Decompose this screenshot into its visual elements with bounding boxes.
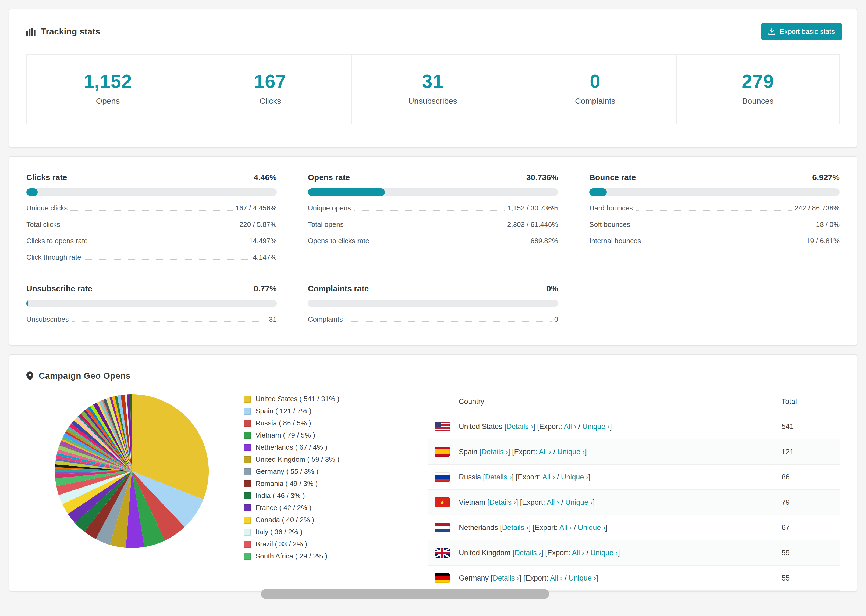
- stat-box-unsubscribes: 31Unsubscribes: [352, 55, 514, 124]
- metric-value: 242 / 86.738%: [794, 204, 840, 212]
- country-cell: Netherlands [Details ›] [Export: All › /…: [459, 523, 781, 532]
- legend-label: Brazil ( 33 / 2% ): [255, 540, 307, 548]
- legend-label: Spain ( 121 / 7% ): [255, 407, 312, 415]
- legend-item-vietnam[interactable]: Vietnam ( 79 / 5% ): [244, 431, 370, 439]
- legend-label: Netherlands ( 67 / 4% ): [255, 443, 327, 451]
- metric-row: Opens to clicks rate689.82%: [308, 237, 558, 245]
- export-unique-link-united-states[interactable]: Unique ›: [582, 423, 610, 431]
- stat-label: Unsubscribes: [352, 96, 514, 105]
- details-link-germany[interactable]: Details ›: [493, 574, 519, 582]
- export-all-link-russia[interactable]: All ›: [542, 473, 555, 481]
- legend-item-netherlands[interactable]: Netherlands ( 67 / 4% ): [244, 443, 370, 451]
- rate-title: Clicks rate: [26, 173, 67, 182]
- export-unique-link-spain[interactable]: Unique ›: [557, 448, 585, 456]
- details-link-united-kingdom[interactable]: Details ›: [515, 549, 541, 557]
- metric-row: Soft bounces18 / 0%: [589, 220, 840, 229]
- export-unique-link-vietnam[interactable]: Unique ›: [565, 498, 593, 506]
- export-basic-stats-button[interactable]: Export basic stats: [761, 23, 842, 40]
- legend-label: Russia ( 86 / 5% ): [255, 419, 311, 427]
- legend-item-spain[interactable]: Spain ( 121 / 7% ): [244, 407, 370, 415]
- legend-item-germany[interactable]: Germany ( 55 / 3% ): [244, 467, 370, 476]
- metric-row: Hard bounces242 / 86.738%: [589, 204, 840, 212]
- details-link-spain[interactable]: Details ›: [482, 448, 508, 456]
- flag-united-kingdom-icon: [435, 548, 450, 558]
- details-link-united-states[interactable]: Details ›: [506, 423, 533, 431]
- legend-swatch: [244, 420, 251, 427]
- dotted-leader: [354, 210, 505, 211]
- legend-item-france[interactable]: France ( 42 / 2% ): [244, 504, 370, 512]
- export-unique-link-netherlands[interactable]: Unique ›: [578, 523, 605, 532]
- metric-value: 689.82%: [531, 237, 558, 245]
- details-link-russia[interactable]: Details ›: [485, 473, 512, 481]
- dotted-leader: [636, 210, 792, 211]
- legend-label: Vietnam ( 79 / 5% ): [255, 431, 315, 439]
- rate-block-bounce-rate: Bounce rate6.927%Hard bounces242 / 86.73…: [589, 173, 840, 261]
- stat-box-bounces: 279Bounces: [677, 55, 839, 124]
- legend-item-russia[interactable]: Russia ( 86 / 5% ): [244, 419, 370, 427]
- geo-opens-pie-chart[interactable]: [53, 393, 210, 550]
- country-cell: Vietnam [Details ›] [Export: All › / Uni…: [459, 498, 781, 507]
- legend-item-italy[interactable]: Italy ( 36 / 2% ): [244, 528, 370, 536]
- progress-bar: [26, 300, 277, 307]
- export-all-link-vietnam[interactable]: All ›: [547, 498, 559, 506]
- legend-item-canada[interactable]: Canada ( 40 / 2% ): [244, 516, 370, 524]
- legend-item-united-states[interactable]: United States ( 541 / 31% ): [244, 395, 370, 403]
- export-all-link-netherlands[interactable]: All ›: [559, 523, 572, 532]
- horizontal-scrollbar-thumb[interactable]: [261, 589, 549, 599]
- export-icon: [768, 28, 775, 35]
- details-link-netherlands[interactable]: Details ›: [502, 523, 529, 532]
- rate-percent: 0.77%: [254, 284, 277, 293]
- legend-label: United Kingdom ( 59 / 3% ): [255, 455, 339, 464]
- total-cell: 86: [781, 473, 840, 481]
- stats-row: 1,152Opens167Clicks31Unsubscribes0Compla…: [26, 54, 840, 124]
- rate-block-complaints-rate: Complaints rate0%Complaints0: [308, 284, 558, 324]
- metric-row: Total clicks220 / 5.87%: [26, 220, 277, 229]
- legend-label: Germany ( 55 / 3% ): [255, 467, 318, 476]
- legend-item-india[interactable]: India ( 46 / 3% ): [244, 492, 370, 500]
- legend-label: Canada ( 40 / 2% ): [255, 516, 314, 524]
- geo-table-row-russia: Russia [Details ›] [Export: All › / Uniq…: [428, 465, 840, 490]
- legend-item-romania[interactable]: Romania ( 49 / 3% ): [244, 479, 370, 488]
- bar-chart-icon: [26, 28, 36, 36]
- legend-item-brazil[interactable]: Brazil ( 33 / 2% ): [244, 540, 370, 548]
- map-pin-icon: [26, 371, 33, 380]
- legend-swatch: [244, 408, 251, 415]
- metric-value: 220 / 5.87%: [239, 220, 277, 229]
- export-all-link-united-states[interactable]: All ›: [564, 423, 576, 431]
- flag-germany-icon: [435, 573, 450, 583]
- legend-swatch: [244, 444, 251, 451]
- country-cell: Germany [Details ›] [Export: All › / Uni…: [459, 574, 781, 582]
- legend-item-south-africa[interactable]: South Africa ( 29 / 2% ): [244, 552, 370, 560]
- export-all-link-spain[interactable]: All ›: [539, 448, 551, 456]
- metric-label: Total clicks: [26, 220, 60, 229]
- stat-value: 0: [514, 71, 676, 92]
- stat-box-complaints: 0Complaints: [514, 55, 677, 124]
- export-unique-link-united-kingdom[interactable]: Unique ›: [590, 549, 618, 557]
- rate-title: Opens rate: [308, 173, 350, 182]
- export-basic-stats-label: Export basic stats: [780, 27, 835, 36]
- rate-title: Unsubscribe rate: [26, 284, 92, 293]
- details-link-vietnam[interactable]: Details ›: [490, 498, 516, 506]
- export-unique-link-germany[interactable]: Unique ›: [568, 574, 596, 582]
- total-cell: 55: [781, 574, 840, 582]
- legend-label: South Africa ( 29 / 2% ): [255, 552, 327, 560]
- legend-swatch: [244, 517, 251, 523]
- stat-label: Bounces: [677, 96, 839, 105]
- legend-label: France ( 42 / 2% ): [255, 504, 312, 512]
- rates-card: Clicks rate4.46%Unique clicks167 / 4.456…: [9, 156, 857, 346]
- rate-title: Bounce rate: [589, 173, 636, 182]
- export-all-link-united-kingdom[interactable]: All ›: [572, 549, 584, 557]
- geo-table-row-netherlands: Netherlands [Details ›] [Export: All › /…: [428, 515, 840, 541]
- dotted-leader: [63, 226, 237, 227]
- pie-legend: United States ( 541 / 31% )Spain ( 121 /…: [244, 395, 370, 564]
- metric-row: Clicks to opens rate14.497%: [26, 237, 277, 245]
- country-cell: Russia [Details ›] [Export: All › / Uniq…: [459, 473, 781, 481]
- geo-table-rows: United States [Details ›] [Export: All ›…: [428, 414, 840, 591]
- stat-label: Clicks: [189, 96, 351, 105]
- legend-item-united-kingdom[interactable]: United Kingdom ( 59 / 3% ): [244, 455, 370, 464]
- rate-percent: 30.736%: [526, 173, 558, 182]
- export-unique-link-russia[interactable]: Unique ›: [561, 473, 589, 481]
- legend-swatch: [244, 553, 251, 560]
- total-cell: 541: [781, 423, 840, 431]
- export-all-link-germany[interactable]: All ›: [550, 574, 563, 582]
